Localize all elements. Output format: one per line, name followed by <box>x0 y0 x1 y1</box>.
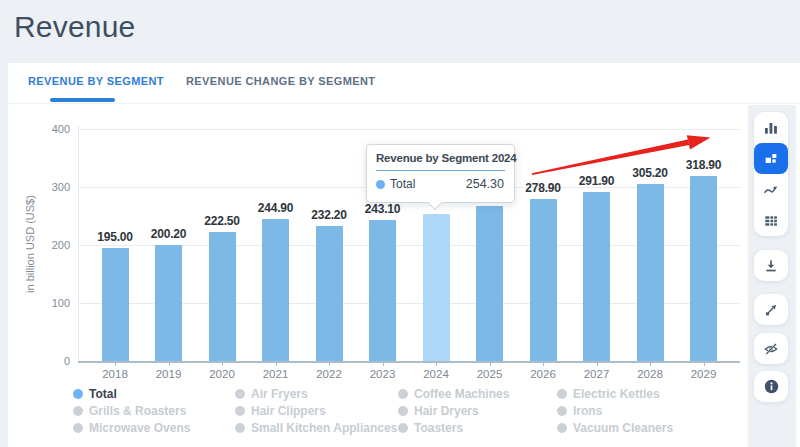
page-header: Revenue <box>0 0 800 63</box>
y-axis-line <box>78 126 79 361</box>
bar-value-2020: 222.50 <box>191 214 253 228</box>
bar-2019[interactable] <box>155 245 182 361</box>
active-tab-underline <box>50 98 115 102</box>
info-button[interactable] <box>754 371 788 402</box>
legend-label: Grills & Roasters <box>89 404 186 418</box>
bar-2022[interactable] <box>316 226 343 361</box>
bar-2020[interactable] <box>209 232 236 361</box>
chart-tooltip: Revenue by Segment 2024 Total 254.30 <box>366 144 515 203</box>
legend-label: Hair Clippers <box>251 404 326 418</box>
x-tick <box>436 362 437 366</box>
tab-bar: REVENUE BY SEGMENT REVENUE CHANGE BY SEG… <box>8 63 800 104</box>
x-tick <box>383 362 384 366</box>
legend-item-microwave-ovens[interactable]: Microwave Ovens <box>73 421 190 435</box>
table-icon <box>763 213 779 229</box>
legend-item-electric-kettles[interactable]: Electric Kettles <box>557 387 660 401</box>
legend-dot-icon <box>235 406 245 416</box>
legend-item-toasters[interactable]: Toasters <box>398 421 463 435</box>
fullscreen-icon <box>763 302 779 318</box>
legend-item-small-kitchen-appliances[interactable]: Small Kitchen Appliances <box>235 421 397 435</box>
line-chart-button[interactable] <box>754 174 788 205</box>
hide-button[interactable] <box>754 333 788 364</box>
x-label-2024: 2024 <box>409 368 463 380</box>
hide-icon <box>763 341 779 357</box>
x-tick <box>543 362 544 366</box>
legend-dot-icon <box>398 406 408 416</box>
x-tick <box>115 362 116 366</box>
x-tick <box>704 362 705 366</box>
legend-dot-icon <box>235 423 245 433</box>
x-label-2028: 2028 <box>623 368 677 380</box>
tooltip-row: Total 254.30 <box>367 171 514 191</box>
x-label-2027: 2027 <box>570 368 624 380</box>
y-tick-label: 200 <box>34 239 70 251</box>
table-button[interactable] <box>754 205 788 236</box>
legend-label: Coffee Machines <box>414 387 509 401</box>
fullscreen-button[interactable] <box>754 294 788 325</box>
legend-item-air-fryers[interactable]: Air Fryers <box>235 387 308 401</box>
y-tick-label: 100 <box>34 297 70 309</box>
legend-item-total[interactable]: Total <box>73 387 117 401</box>
bar-2028[interactable] <box>637 184 664 361</box>
tooltip-series-label: Total <box>390 177 415 191</box>
x-tick <box>329 362 330 366</box>
x-label-2019: 2019 <box>142 368 196 380</box>
x-tick <box>169 362 170 366</box>
segmented-chart-icon <box>763 151 779 167</box>
tooltip-title: Revenue by Segment 2024 <box>367 145 514 164</box>
legend-label: Air Fryers <box>251 387 308 401</box>
line-chart-icon <box>763 182 779 198</box>
legend-label: Microwave Ovens <box>89 421 190 435</box>
tab-revenue-by-segment[interactable]: REVENUE BY SEGMENT <box>28 75 164 87</box>
x-tick <box>222 362 223 366</box>
legend-item-irons[interactable]: Irons <box>557 404 602 418</box>
bar-2018[interactable] <box>102 248 129 361</box>
legend-label: Irons <box>573 404 602 418</box>
legend-dot-icon <box>557 389 567 399</box>
legend-label: Toasters <box>414 421 463 435</box>
segmented-chart-button[interactable] <box>754 143 788 174</box>
x-label-2025: 2025 <box>463 368 517 380</box>
x-label-2029: 2029 <box>677 368 731 380</box>
bar-2025[interactable] <box>476 206 503 361</box>
series-dot-icon <box>376 180 385 189</box>
bar-2023[interactable] <box>369 220 396 361</box>
legend-dot-icon <box>557 423 567 433</box>
bar-chart-button[interactable] <box>754 112 788 143</box>
x-tick <box>276 362 277 366</box>
x-axis-line <box>78 361 740 363</box>
x-label-2022: 2022 <box>302 368 356 380</box>
legend-dot-icon <box>73 406 83 416</box>
bar-value-2019: 200.20 <box>138 227 200 241</box>
tab-revenue-change-by-segment[interactable]: REVENUE CHANGE BY SEGMENT <box>186 75 376 87</box>
chart-type-button-group <box>754 112 788 236</box>
bar-value-2023: 243.10 <box>352 202 414 216</box>
legend-item-coffee-machines[interactable]: Coffee Machines <box>398 387 509 401</box>
x-label-2018: 2018 <box>88 368 142 380</box>
bar-chart-icon <box>763 120 779 136</box>
legend-item-grills-roasters[interactable]: Grills & Roasters <box>73 404 186 418</box>
legend-dot-icon <box>557 406 567 416</box>
statista-revenue-widget: Revenue REVENUE BY SEGMENT REVENUE CHANG… <box>0 0 800 447</box>
legend-item-hair-clippers[interactable]: Hair Clippers <box>235 404 326 418</box>
y-tick-label: 300 <box>34 181 70 193</box>
bar-2024[interactable] <box>423 214 450 362</box>
legend-dot-icon <box>398 389 408 399</box>
bar-2021[interactable] <box>262 219 289 361</box>
y-axis-title: in billion USD (US$) <box>24 195 36 293</box>
bar-2027[interactable] <box>583 192 610 361</box>
x-tick <box>490 362 491 366</box>
info-icon <box>763 378 780 395</box>
bar-2026[interactable] <box>530 199 557 361</box>
legend-item-vacuum-cleaners[interactable]: Vacuum Cleaners <box>557 421 673 435</box>
legend-label: Hair Dryers <box>414 404 479 418</box>
download-button[interactable] <box>754 250 788 281</box>
bar-2029[interactable] <box>690 176 717 361</box>
x-label-2021: 2021 <box>249 368 303 380</box>
legend-item-hair-dryers[interactable]: Hair Dryers <box>398 404 479 418</box>
download-icon <box>763 258 779 274</box>
y-tick-label: 400 <box>34 123 70 135</box>
legend-label: Total <box>89 387 117 401</box>
legend-dot-icon <box>73 389 83 399</box>
bar-value-2029: 318.90 <box>673 158 735 172</box>
